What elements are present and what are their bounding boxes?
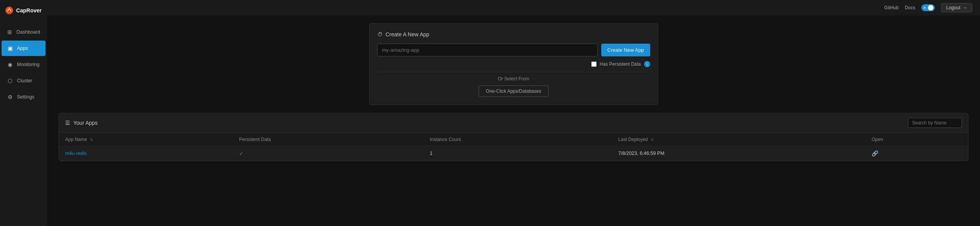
app-name: CapRover <box>16 7 42 14</box>
apps-icon: ▣ <box>7 45 13 51</box>
theme-toggle[interactable]: ☀ <box>921 4 935 11</box>
table-header-row: App Name ⇅ Persistent Data Instance Coun… <box>59 133 968 146</box>
dashboard-icon: ⊞ <box>7 29 13 35</box>
sidebar-item-apps[interactable]: ▣ Apps <box>2 41 46 56</box>
logout-icon: → <box>963 5 967 10</box>
col-open: Open <box>865 133 968 146</box>
logout-label: Logout <box>946 5 960 10</box>
persistent-info-icon[interactable]: i <box>644 61 650 67</box>
cell-app-name: m4u-redis <box>59 146 233 161</box>
cell-persistent-data: ✓ <box>233 146 423 161</box>
your-apps-title: ☰ Your Apps <box>65 120 98 126</box>
sidebar-item-dashboard[interactable]: ⊞ Dashboard <box>2 24 46 40</box>
or-select-label: Or Select From <box>377 76 650 82</box>
cell-instance-count: 1 <box>423 146 612 161</box>
clock-icon: ⏱ <box>377 31 383 37</box>
sidebar-item-label-cluster: Cluster <box>17 78 32 83</box>
table-body: m4u-redis ✓ 1 7/8/2023, 6:46:59 PM 🔗 <box>59 146 968 161</box>
col-instance-count: Instance Count <box>423 133 612 146</box>
sort-icon-last-deployed: ⇅ <box>651 138 654 142</box>
table-row: m4u-redis ✓ 1 7/8/2023, 6:46:59 PM 🔗 <box>59 146 968 161</box>
topbar: GitHub Docs ☀ Logout → <box>47 0 980 15</box>
persistent-data-checkbox[interactable] <box>591 61 597 67</box>
col-app-name[interactable]: App Name ⇅ <box>59 133 233 146</box>
your-apps-label: Your Apps <box>73 120 98 126</box>
create-app-title: Create A New App <box>386 31 430 37</box>
monitoring-icon: ◉ <box>7 61 13 68</box>
col-last-deployed[interactable]: Last Deployed ⇅ <box>612 133 865 146</box>
persistent-check-icon: ✓ <box>239 151 243 156</box>
sidebar-item-label-monitoring: Monitoring <box>17 62 39 67</box>
search-input[interactable] <box>908 118 962 128</box>
sidebar-item-label-settings: Settings <box>17 94 34 100</box>
github-link[interactable]: GitHub <box>884 5 899 10</box>
create-app-card: ⏱ Create A New App Create New App Has Pe… <box>369 23 658 105</box>
create-new-app-button[interactable]: Create New App <box>601 44 650 56</box>
sidebar-item-label-apps: Apps <box>17 46 28 51</box>
settings-icon: ⚙ <box>7 94 13 100</box>
open-app-icon[interactable]: 🔗 <box>872 150 878 156</box>
docs-link[interactable]: Docs <box>905 5 915 10</box>
your-apps-section: ☰ Your Apps App Name ⇅ Persistent Data <box>59 113 968 161</box>
sidebar-item-monitoring[interactable]: ◉ Monitoring <box>2 57 46 72</box>
app-name-link[interactable]: m4u-redis <box>65 151 87 156</box>
create-app-row: Create New App <box>377 44 650 56</box>
toggle-dot <box>928 5 933 10</box>
toggle-icon: ☀ <box>923 6 926 10</box>
card-divider <box>377 72 650 72</box>
persistent-data-label: Has Persistent Data <box>600 61 641 67</box>
logo-icon <box>5 5 13 16</box>
cluster-icon: ⬡ <box>7 78 13 84</box>
create-app-header: ⏱ Create A New App <box>377 31 650 37</box>
sidebar-item-settings[interactable]: ⚙ Settings <box>2 89 46 105</box>
sidebar-item-label-dashboard: Dashboard <box>17 29 40 35</box>
sidebar: CapRover ⊞ Dashboard ▣ Apps ◉ Monitoring… <box>0 0 47 226</box>
table-header: App Name ⇅ Persistent Data Instance Coun… <box>59 133 968 146</box>
app-name-input[interactable] <box>377 44 597 56</box>
one-click-apps-button[interactable]: One-Click Apps/Databases <box>479 85 548 97</box>
apps-table: App Name ⇅ Persistent Data Instance Coun… <box>59 133 968 161</box>
your-apps-header: ☰ Your Apps <box>59 113 968 133</box>
cell-last-deployed: 7/8/2023, 6:46:59 PM <box>612 146 865 161</box>
sidebar-item-cluster[interactable]: ⬡ Cluster <box>2 73 46 88</box>
logout-button[interactable]: Logout → <box>941 3 972 12</box>
main-content: GitHub Docs ☀ Logout → ⏱ Create A New Ap… <box>47 0 980 226</box>
app-logo[interactable]: CapRover <box>0 0 47 21</box>
persistent-data-row: Has Persistent Data i <box>377 61 650 67</box>
cell-open: 🔗 <box>865 146 968 161</box>
sort-icon-app-name: ⇅ <box>90 138 93 142</box>
page-content: ⏱ Create A New App Create New App Has Pe… <box>47 15 980 226</box>
col-persistent-data: Persistent Data <box>233 133 423 146</box>
apps-list-icon: ☰ <box>65 120 70 126</box>
sidebar-nav: ⊞ Dashboard ▣ Apps ◉ Monitoring ⬡ Cluste… <box>0 24 47 105</box>
